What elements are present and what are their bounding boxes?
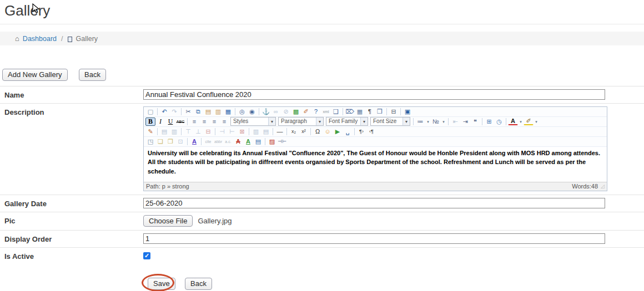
- paste-from-word-icon[interactable]: ▦: [223, 108, 233, 116]
- style-props-icon[interactable]: A: [189, 137, 199, 146]
- forecolor-icon[interactable]: A: [508, 118, 518, 125]
- merge-cells-icon[interactable]: ▤: [261, 127, 271, 136]
- copy-icon[interactable]: ⧉: [193, 108, 203, 116]
- insert-date-icon[interactable]: ⊞: [484, 118, 494, 126]
- new-document-icon[interactable]: ▢: [145, 108, 155, 116]
- insert-table-icon[interactable]: ▦: [355, 108, 365, 116]
- template-icon[interactable]: ❒: [375, 108, 385, 116]
- gallery-date-input[interactable]: [143, 198, 605, 208]
- insert-row-before-icon[interactable]: ⊤: [183, 127, 193, 136]
- horizontal-rule-icon[interactable]: —: [275, 127, 285, 136]
- align-center-icon[interactable]: ≡: [199, 118, 209, 126]
- cut-icon[interactable]: ✂: [183, 108, 193, 116]
- absolute-position-icon[interactable]: ⊡: [175, 137, 185, 146]
- display-order-input[interactable]: [143, 233, 605, 244]
- media-icon[interactable]: ▶: [333, 127, 343, 136]
- ins-icon[interactable]: A: [243, 137, 253, 146]
- charmap-icon[interactable]: Ω: [313, 127, 323, 136]
- back-button-top[interactable]: Back: [79, 69, 106, 81]
- page-break-icon[interactable]: ⊣⊢: [277, 137, 287, 146]
- backcolor-icon[interactable]: ✐: [524, 118, 534, 125]
- remove-format-icon[interactable]: ⌦: [345, 108, 355, 116]
- numbered-list-dropdown-icon[interactable]: ▾: [441, 118, 446, 126]
- italic-icon[interactable]: I: [155, 118, 165, 126]
- del-icon[interactable]: A: [233, 137, 243, 146]
- name-input[interactable]: [143, 89, 605, 100]
- visual-chars-icon[interactable]: ▨: [267, 137, 277, 146]
- anchor-icon[interactable]: ⚓: [261, 108, 271, 116]
- rtl-icon[interactable]: ‹¶: [366, 127, 376, 136]
- underline-icon[interactable]: U: [165, 118, 175, 126]
- table-cell-properties-icon[interactable]: ▥: [169, 127, 179, 136]
- resize-grip-icon[interactable]: ◿: [601, 183, 605, 189]
- editor-content[interactable]: University will be celebrating its Annua…: [144, 147, 607, 182]
- bold-icon[interactable]: B: [145, 118, 155, 126]
- breadcrumb-dashboard-link[interactable]: Dashboard: [23, 35, 57, 43]
- paragraph-select[interactable]: Paragraph▾: [278, 117, 324, 126]
- paste-as-text-icon[interactable]: ▥: [213, 108, 223, 116]
- dropdown-arrow-icon[interactable]: ▾: [316, 118, 323, 125]
- insert-column-after-icon[interactable]: ⊢: [227, 127, 237, 136]
- split-cells-icon[interactable]: ▥: [251, 127, 261, 136]
- find-icon[interactable]: ◎: [237, 108, 247, 116]
- strikethrough-icon[interactable]: ABC: [175, 118, 185, 126]
- align-left-icon[interactable]: ≡: [189, 118, 199, 126]
- superscript-icon[interactable]: x²: [299, 127, 309, 136]
- bullet-list-dropdown-icon[interactable]: ▾: [425, 118, 431, 126]
- insert-time-icon[interactable]: ◷: [494, 118, 504, 126]
- image-icon[interactable]: ▩: [291, 108, 301, 116]
- abbreviation-icon[interactable]: abbr: [213, 137, 223, 146]
- insert-layer-icon[interactable]: ◳: [145, 137, 155, 146]
- help-icon[interactable]: ?: [311, 108, 321, 116]
- table-row-properties-icon[interactable]: ▤: [159, 127, 169, 136]
- undo-icon[interactable]: ↶: [159, 108, 169, 116]
- font-size-select[interactable]: Font Size▾: [370, 117, 410, 126]
- find-replace-icon[interactable]: ◉: [247, 108, 257, 116]
- cite-icon[interactable]: cite: [203, 137, 213, 146]
- fullscreen-icon[interactable]: ▣: [402, 108, 412, 116]
- blockquote-icon[interactable]: ❝: [470, 118, 480, 126]
- cleanup-icon[interactable]: ✐: [301, 108, 311, 116]
- html-source-icon[interactable]: xml: [321, 108, 331, 116]
- is-active-checkbox[interactable]: ✓: [143, 252, 150, 259]
- bullet-list-icon[interactable]: ≔: [415, 118, 425, 126]
- ltr-icon[interactable]: ¶›: [356, 127, 366, 136]
- save-button[interactable]: Save: [148, 278, 175, 290]
- acronym-icon[interactable]: a.c.: [223, 137, 233, 146]
- unlink-icon[interactable]: ⊘: [281, 108, 291, 116]
- editor-toolbar-row-2: BIUABC≡≡≡≡Styles▾Paragraph▾Font Family▾F…: [144, 117, 607, 127]
- emoticons-icon[interactable]: ☺: [323, 127, 333, 136]
- outdent-icon[interactable]: ⇤: [450, 118, 460, 126]
- rich-text-editor: ▢↶↷✂⧉▤▥▦◎◉⚓∞⊘▩✐?xml❑⌦▦¶❒⊟▣ BIUABC≡≡≡≡Sty…: [143, 106, 607, 191]
- print-icon[interactable]: ⊟: [389, 108, 399, 116]
- backcolor-dropdown-icon[interactable]: ▾: [534, 118, 539, 126]
- delete-column-icon[interactable]: ⊠: [237, 127, 247, 136]
- add-new-gallery-button[interactable]: Add New Gallery: [2, 69, 68, 81]
- redo-icon[interactable]: ↷: [169, 108, 179, 116]
- dropdown-arrow-icon[interactable]: ▾: [402, 118, 410, 125]
- font-family-select[interactable]: Font Family▾: [326, 117, 368, 126]
- numbered-list-icon[interactable]: №: [431, 118, 441, 126]
- dropdown-arrow-icon[interactable]: ▾: [268, 118, 275, 125]
- show-blocks-icon[interactable]: ¶: [365, 108, 375, 116]
- move-backward-icon[interactable]: ❐: [165, 137, 175, 146]
- align-right-icon[interactable]: ≡: [209, 118, 219, 126]
- move-forward-icon[interactable]: ❏: [155, 137, 165, 146]
- align-justify-icon[interactable]: ≡: [219, 118, 229, 126]
- dropdown-arrow-icon[interactable]: ▾: [360, 118, 368, 125]
- preview-icon[interactable]: ❑: [331, 108, 341, 116]
- styles-select[interactable]: Styles▾: [230, 117, 276, 126]
- insert-column-before-icon[interactable]: ⊣: [217, 127, 227, 136]
- subscript-icon[interactable]: x₂: [289, 127, 299, 136]
- delete-row-icon[interactable]: ⊟: [203, 127, 213, 136]
- insert-row-after-icon[interactable]: ⊥: [193, 127, 203, 136]
- style-edit-icon[interactable]: ✎: [145, 127, 155, 136]
- forecolor-dropdown-icon[interactable]: ▾: [518, 118, 524, 126]
- attributes-icon[interactable]: ▤: [253, 137, 263, 146]
- indent-icon[interactable]: ⇥: [460, 118, 470, 126]
- choose-file-button[interactable]: Choose File: [143, 215, 193, 227]
- link-icon[interactable]: ∞: [271, 108, 281, 116]
- back-button-bottom[interactable]: Back: [185, 278, 212, 290]
- nonbreaking-icon[interactable]: ␣: [343, 127, 353, 136]
- paste-icon[interactable]: ▤: [203, 108, 213, 116]
